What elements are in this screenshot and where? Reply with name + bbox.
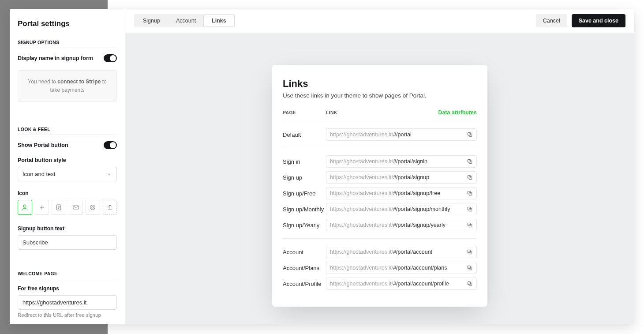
sidebar-title: Portal settings — [18, 19, 117, 28]
link-page-name: Account — [283, 249, 326, 255]
view-tabs: Signup Account Links — [134, 14, 235, 27]
icon-option-badge[interactable] — [86, 200, 100, 215]
link-row: Sign up/Freehttps://ghostadventures.it/#… — [283, 185, 477, 201]
cancel-button[interactable]: Cancel — [536, 14, 567, 27]
portal-button-style-label: Portal button style — [18, 157, 117, 163]
free-signups-label: For free signups — [18, 285, 117, 292]
save-and-close-button[interactable]: Save and close — [572, 14, 625, 27]
link-page-name: Default — [283, 131, 326, 138]
link-row: Sign inhttps://ghostadventures.it/#/port… — [283, 154, 477, 169]
link-page-name: Sign up/Monthly — [283, 206, 326, 213]
section-welcome-page: WELCOME PAGE — [18, 271, 117, 279]
signup-button-text-input[interactable] — [18, 235, 117, 250]
link-row: Account/Profilehttps://ghostadventures.i… — [283, 276, 477, 292]
preview-area: Links Use these links in your theme to s… — [125, 33, 634, 324]
link-domain: https://ghostadventures.it/ — [330, 265, 393, 271]
link-url-field[interactable]: https://ghostadventures.it/#/portal/sign… — [326, 187, 477, 199]
link-path: #/portal/account/plans — [393, 265, 447, 271]
chevron-down-icon — [107, 172, 112, 177]
link-path: #/portal/signup/free — [393, 190, 440, 196]
link-domain: https://ghostadventures.it/ — [330, 174, 393, 180]
link-url-field[interactable]: https://ghostadventures.it/#/portal/sign… — [326, 171, 477, 184]
stripe-notice: You need to connect to Stripe to take pa… — [18, 70, 117, 102]
link-domain: https://ghostadventures.it/ — [330, 158, 393, 165]
display-name-label: Display name in signup form — [18, 55, 93, 61]
tab-signup[interactable]: Signup — [135, 15, 168, 26]
tab-links[interactable]: Links — [204, 15, 234, 26]
link-path: #/portal/account/profile — [393, 281, 449, 287]
link-row: Account/Planshttps://ghostadventures.it/… — [283, 260, 477, 276]
link-path: #/portal — [393, 131, 412, 138]
icon-option-document[interactable] — [52, 200, 66, 215]
link-path: #/portal/signup/monthly — [393, 206, 450, 212]
link-url-field[interactable]: https://ghostadventures.it/#/portal/acco… — [326, 262, 477, 274]
links-card: Links Use these links in your theme to s… — [272, 65, 487, 307]
copy-icon[interactable] — [462, 206, 473, 212]
link-page-name: Sign up/Yearly — [283, 222, 326, 229]
link-path: #/portal/account — [393, 249, 432, 255]
portal-settings-modal: Portal settings SIGNUP OPTIONS Display n… — [10, 9, 634, 324]
tab-account[interactable]: Account — [168, 15, 204, 26]
copy-icon[interactable] — [462, 265, 473, 271]
copy-icon[interactable] — [462, 131, 473, 138]
section-look-feel: LOOK & FEEL — [18, 127, 117, 135]
link-domain: https://ghostadventures.it/ — [330, 222, 393, 228]
signup-button-text-label: Signup button text — [18, 225, 117, 232]
connect-stripe-link[interactable]: connect to Stripe — [57, 79, 101, 85]
col-page-header: PAGE — [283, 110, 326, 115]
settings-sidebar: Portal settings SIGNUP OPTIONS Display n… — [10, 9, 125, 324]
link-path: #/portal/signup/yearly — [393, 222, 446, 228]
copy-icon[interactable] — [462, 222, 473, 228]
copy-icon[interactable] — [462, 249, 473, 255]
link-group: Sign inhttps://ghostadventures.it/#/port… — [283, 148, 477, 238]
show-portal-button-label: Show Portal button — [18, 142, 68, 148]
link-page-name: Account/Profile — [283, 281, 326, 287]
copy-icon[interactable] — [462, 281, 473, 287]
main-panel: Signup Account Links Cancel Save and clo… — [125, 9, 634, 324]
link-url-field[interactable]: https://ghostadventures.it/#/portal — [326, 128, 477, 141]
link-page-name: Sign up/Free — [283, 190, 326, 197]
link-url-field[interactable]: https://ghostadventures.it/#/portal/sign… — [326, 203, 477, 215]
svg-point-9 — [92, 206, 94, 208]
icon-option-mail[interactable] — [69, 200, 83, 215]
link-group: Defaulthttps://ghostadventures.it/#/port… — [283, 121, 477, 148]
free-signups-url-input[interactable] — [18, 295, 117, 310]
link-url-field[interactable]: https://ghostadventures.it/#/portal/acco… — [326, 246, 477, 258]
portal-button-style-select[interactable]: Icon and text — [18, 167, 117, 181]
link-url-field[interactable]: https://ghostadventures.it/#/portal/sign… — [326, 155, 477, 168]
link-path: #/portal/signin — [393, 158, 427, 165]
icon-option-plus[interactable] — [35, 200, 49, 215]
show-portal-button-toggle[interactable] — [104, 141, 117, 149]
link-domain: https://ghostadventures.it/ — [330, 190, 393, 196]
link-page-name: Sign in — [283, 158, 326, 165]
display-name-toggle[interactable] — [104, 54, 117, 62]
topbar: Signup Account Links Cancel Save and clo… — [125, 9, 634, 33]
copy-icon[interactable] — [462, 174, 473, 180]
link-url-field[interactable]: https://ghostadventures.it/#/portal/sign… — [326, 219, 477, 231]
icon-option-user[interactable] — [18, 200, 32, 215]
link-page-name: Account/Plans — [283, 265, 326, 271]
card-title: Links — [283, 78, 477, 90]
link-row: Sign up/Yearlyhttps://ghostadventures.it… — [283, 217, 477, 233]
card-desc: Use these links in your theme to show pa… — [283, 92, 477, 99]
icon-upload-button[interactable] — [103, 200, 117, 215]
link-group: Accounthttps://ghostadventures.it/#/port… — [283, 238, 477, 297]
link-page-name: Sign up — [283, 174, 326, 181]
copy-icon[interactable] — [462, 158, 473, 165]
svg-point-8 — [90, 205, 95, 210]
link-row: Defaulthttps://ghostadventures.it/#/port… — [283, 127, 477, 143]
free-signups-helper: Redirect to this URL after free signup — [18, 312, 117, 318]
link-domain: https://ghostadventures.it/ — [330, 249, 393, 255]
link-path: #/portal/signup — [393, 174, 429, 180]
link-url-field[interactable]: https://ghostadventures.it/#/portal/acco… — [326, 278, 477, 290]
copy-icon[interactable] — [462, 190, 473, 196]
icon-label: Icon — [18, 190, 117, 196]
col-link-header: LINK — [326, 110, 438, 115]
svg-point-0 — [23, 205, 26, 207]
section-signup-options: SIGNUP OPTIONS — [18, 40, 117, 48]
link-domain: https://ghostadventures.it/ — [330, 206, 393, 212]
icon-picker — [18, 200, 117, 215]
data-attributes-toggle[interactable]: Data attributes — [438, 109, 477, 116]
link-domain: https://ghostadventures.it/ — [330, 281, 393, 287]
link-row: Sign uphttps://ghostadventures.it/#/port… — [283, 169, 477, 185]
